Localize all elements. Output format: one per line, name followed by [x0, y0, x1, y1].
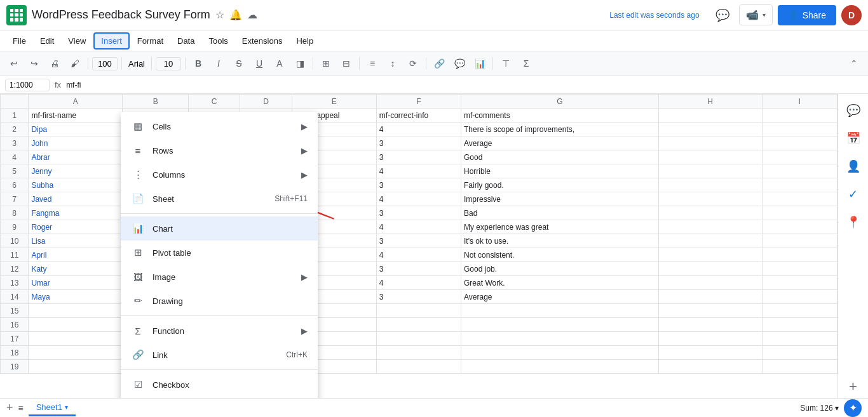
- cell-15-6[interactable]: [461, 304, 659, 318]
- cell-6-5[interactable]: 3: [376, 178, 461, 192]
- cell-19-0[interactable]: [29, 360, 123, 374]
- cell-4-8[interactable]: [762, 150, 837, 164]
- underline-button[interactable]: U: [250, 55, 268, 72]
- cell-16-5[interactable]: [376, 318, 461, 332]
- print-button[interactable]: 🖨: [46, 55, 64, 72]
- menu-item-image[interactable]: 🖼Image▶: [121, 265, 318, 289]
- bold-button[interactable]: B: [189, 55, 207, 72]
- cell-8-6[interactable]: Bad: [461, 206, 659, 220]
- col-header-h[interactable]: H: [658, 95, 762, 109]
- menu-item-sheet[interactable]: 📄SheetShift+F11: [121, 187, 318, 211]
- cell-7-0[interactable]: Javed: [29, 192, 123, 206]
- cell-17-5[interactable]: [376, 332, 461, 346]
- valign-button[interactable]: ↕: [384, 55, 402, 72]
- cell-2-0[interactable]: Dipa: [29, 122, 123, 136]
- col-header-c[interactable]: C: [188, 95, 240, 109]
- cell-17-8[interactable]: [762, 332, 837, 346]
- cell-8-5[interactable]: 3: [376, 206, 461, 220]
- cell-12-6[interactable]: Good job.: [461, 262, 659, 276]
- cell-4-7[interactable]: [658, 150, 762, 164]
- cell-15-5[interactable]: [376, 304, 461, 318]
- italic-button[interactable]: I: [210, 55, 227, 72]
- cell-13-8[interactable]: [762, 276, 837, 290]
- row-header-4[interactable]: 4: [1, 150, 29, 164]
- cell-3-7[interactable]: [658, 136, 762, 150]
- cell-16-8[interactable]: [762, 318, 837, 332]
- cell-6-8[interactable]: [762, 178, 837, 192]
- cell-10-6[interactable]: It's ok to use.: [461, 234, 659, 248]
- user-avatar[interactable]: D: [841, 5, 862, 25]
- menu-tools[interactable]: Tools: [202, 34, 234, 48]
- row-header-2[interactable]: 2: [1, 122, 29, 136]
- zoom-level[interactable]: 100: [92, 57, 118, 70]
- app-icon[interactable]: [6, 5, 27, 25]
- cell-13-0[interactable]: Umar: [29, 276, 123, 290]
- cell-13-6[interactable]: Great Work.: [461, 276, 659, 290]
- cell-6-0[interactable]: Subha: [29, 178, 123, 192]
- cell-16-0[interactable]: [29, 318, 123, 332]
- cell-5-5[interactable]: 4: [376, 164, 461, 178]
- cell-13-7[interactable]: [658, 276, 762, 290]
- sheet1-tab[interactable]: Sheet1 ▾: [29, 400, 76, 416]
- cell-4-5[interactable]: 3: [376, 150, 461, 164]
- function-button[interactable]: Σ: [517, 55, 535, 72]
- cell-10-7[interactable]: [658, 234, 762, 248]
- menu-item-cells[interactable]: ▦Cells▶: [121, 114, 318, 138]
- menu-view[interactable]: View: [62, 34, 92, 48]
- cell-7-5[interactable]: 4: [376, 192, 461, 206]
- sidebar-calendar-icon[interactable]: 📅: [842, 127, 865, 150]
- row-header-17[interactable]: 17: [1, 332, 29, 346]
- row-header-5[interactable]: 5: [1, 164, 29, 178]
- halign-button[interactable]: ≡: [363, 55, 381, 72]
- sidebar-add-icon[interactable]: +: [842, 375, 865, 398]
- col-header-b[interactable]: B: [123, 95, 189, 109]
- cell-1-7[interactable]: [658, 109, 762, 122]
- menu-item-chart[interactable]: 📊Chart: [121, 216, 318, 241]
- explore-button[interactable]: ✦: [844, 399, 862, 417]
- cell-1-0[interactable]: mf-first-name: [29, 109, 123, 122]
- cell-14-7[interactable]: [658, 290, 762, 304]
- row-header-19[interactable]: 19: [1, 360, 29, 374]
- row-header-1[interactable]: 1: [1, 109, 29, 122]
- cell-19-5[interactable]: [376, 360, 461, 374]
- cell-19-7[interactable]: [658, 360, 762, 374]
- menu-item-function[interactable]: ΣFunction▶: [121, 319, 318, 343]
- menu-extensions[interactable]: Extensions: [236, 34, 289, 48]
- cell-9-7[interactable]: [658, 220, 762, 234]
- menu-item-columns[interactable]: ⋮Columns▶: [121, 162, 318, 187]
- row-header-3[interactable]: 3: [1, 136, 29, 150]
- cell-17-0[interactable]: [29, 332, 123, 346]
- cloud-icon[interactable]: ☁: [247, 9, 257, 21]
- cell-4-6[interactable]: Good: [461, 150, 659, 164]
- row-header-10[interactable]: 10: [1, 234, 29, 248]
- cell-9-5[interactable]: 4: [376, 220, 461, 234]
- cell-12-5[interactable]: 3: [376, 262, 461, 276]
- cell-7-8[interactable]: [762, 192, 837, 206]
- cell-18-7[interactable]: [658, 346, 762, 360]
- cell-14-8[interactable]: [762, 290, 837, 304]
- row-header-12[interactable]: 12: [1, 262, 29, 276]
- cell-18-8[interactable]: [762, 346, 837, 360]
- cell-8-8[interactable]: [762, 206, 837, 220]
- merge-button[interactable]: ⊟: [337, 55, 355, 72]
- chart-button[interactable]: 📊: [471, 55, 489, 72]
- cell-15-7[interactable]: [658, 304, 762, 318]
- cell-14-5[interactable]: 3: [376, 290, 461, 304]
- sidebar-tasks-icon[interactable]: ✓: [842, 183, 865, 206]
- col-header-g[interactable]: G: [461, 95, 659, 109]
- link-button[interactable]: 🔗: [430, 55, 448, 72]
- row-header-11[interactable]: 11: [1, 248, 29, 262]
- cell-14-0[interactable]: Maya: [29, 290, 123, 304]
- row-header-6[interactable]: 6: [1, 178, 29, 192]
- cell-10-8[interactable]: [762, 234, 837, 248]
- expand-button[interactable]: ⌃: [845, 55, 863, 72]
- cell-17-7[interactable]: [658, 332, 762, 346]
- row-header-14[interactable]: 14: [1, 290, 29, 304]
- cell-11-6[interactable]: Not consistent.: [461, 248, 659, 262]
- cell-10-5[interactable]: 3: [376, 234, 461, 248]
- cell-7-6[interactable]: Impressive: [461, 192, 659, 206]
- cell-12-0[interactable]: Katy: [29, 262, 123, 276]
- sheet-list-button[interactable]: ≡: [18, 403, 24, 413]
- col-header-i[interactable]: I: [762, 95, 837, 109]
- borders-button[interactable]: ⊞: [317, 55, 335, 72]
